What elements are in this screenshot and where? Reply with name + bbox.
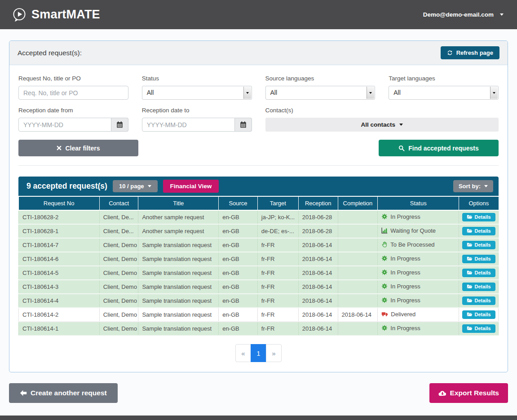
table-row: CTI-180614-5Client, DemoSample translati… (19, 266, 499, 280)
pagination: « 1 » (235, 344, 282, 372)
pagination-prev[interactable]: « (235, 344, 251, 362)
folder-open-icon (467, 215, 473, 220)
table-row: CTI-180628-1Client, De...Another sample … (19, 224, 499, 238)
sort-by-button[interactable]: Sort by: (453, 180, 493, 192)
folder-open-icon (467, 298, 473, 303)
pagination-page-1[interactable]: 1 (251, 344, 266, 362)
field-reception-date-from: Reception date from (18, 107, 128, 132)
column-header: Options (459, 197, 499, 210)
results-toolbar: 9 accepted request(s) 10 / page Financia… (18, 177, 499, 196)
source-languages-select-value: All (270, 89, 278, 96)
table-row: CTI-180614-4Client, DemoSample translati… (19, 294, 499, 308)
details-button[interactable]: Details (462, 310, 495, 319)
details-button[interactable]: Details (462, 227, 495, 235)
find-accepted-requests-button[interactable]: Find accepted requests (379, 140, 499, 156)
cell-target: fr-FR (257, 280, 298, 294)
cell-title: Another sample request (138, 224, 219, 238)
cell-reception: 2018-06-28 (298, 224, 338, 238)
cell-request-no: CTI-180628-1 (19, 224, 100, 238)
x-mark-icon (57, 146, 62, 150)
status-select-dropdown-button[interactable] (243, 87, 251, 99)
cell-completion (338, 322, 378, 336)
chevron-down-icon (500, 13, 504, 16)
details-button[interactable]: Details (462, 213, 495, 221)
cell-status: In Progress (378, 252, 459, 266)
reception-date-to-input[interactable] (142, 118, 235, 132)
user-account-menu[interactable]: Demo@demo-email.com (423, 11, 504, 18)
refresh-page-button[interactable]: Refresh page (441, 46, 499, 59)
cell-title: Sample translation request (138, 308, 219, 322)
financial-view-button[interactable]: Financial View (163, 180, 219, 193)
cell-status: To Be Processed (378, 238, 459, 252)
refresh-icon (447, 50, 453, 56)
cell-status: Waiting for Quote (378, 224, 459, 238)
reception-date-from-input[interactable] (18, 118, 111, 132)
cell-completion (338, 280, 378, 294)
details-button[interactable]: Details (462, 241, 495, 249)
cell-source: en-GB (219, 210, 258, 224)
contacts-dropdown-button[interactable]: All contacts (265, 118, 499, 132)
results-count: 9 accepted request(s) (27, 181, 107, 191)
cell-contact: Client, De... (99, 224, 138, 238)
reception-from-calendar-button[interactable] (111, 118, 128, 132)
cell-target: de-DE; es-... (257, 224, 298, 238)
target-languages-label: Target languages (389, 75, 499, 82)
clear-filters-button[interactable]: Clear filters (18, 140, 138, 156)
footer-actions: Create another request Export Results (9, 383, 508, 403)
cell-status: Delivered (378, 308, 459, 322)
request-no-input[interactable] (18, 86, 128, 100)
cell-completion (338, 210, 378, 224)
target-languages-dropdown-button[interactable] (490, 87, 498, 99)
status-text: To Be Processed (390, 241, 434, 248)
cell-request-no: CTI-180614-6 (19, 252, 100, 266)
cell-reception: 2018-06-14 (298, 308, 338, 322)
cell-title: Sample translation request (138, 280, 219, 294)
column-header: Request No (19, 197, 100, 210)
table-body: CTI-180628-2Client, De...Another sample … (19, 210, 499, 336)
gear-icon (381, 255, 388, 263)
details-button[interactable]: Details (462, 283, 495, 291)
target-languages-select[interactable]: All (389, 86, 499, 100)
chevron-down-icon (369, 92, 372, 94)
table-row: CTI-180614-7Client, DemoSample translati… (19, 238, 499, 252)
details-button[interactable]: Details (462, 269, 495, 277)
folder-open-icon (467, 229, 473, 234)
page-size-button[interactable]: 10 / page (113, 180, 158, 192)
cell-status: In Progress (378, 280, 459, 294)
create-another-request-button[interactable]: Create another request (9, 383, 118, 403)
cell-contact: Client, Demo (99, 252, 138, 266)
cell-contact: Client, Demo (99, 294, 138, 308)
cell-options: Details (459, 252, 499, 266)
field-contacts: Contact(s) All contacts (265, 107, 499, 132)
panel-heading: Accepted request(s): Refresh page (9, 41, 508, 65)
results-section: 9 accepted request(s) 10 / page Financia… (9, 166, 508, 372)
column-header: Reception (298, 197, 338, 210)
details-button[interactable]: Details (462, 296, 495, 305)
source-languages-dropdown-button[interactable] (367, 87, 374, 99)
cell-target: fr-FR (257, 266, 298, 280)
app-header: SmartMATE Demo@demo-email.com (0, 0, 517, 29)
cell-request-no: CTI-180614-7 (19, 238, 100, 252)
cell-request-no: CTI-180628-2 (19, 210, 100, 224)
folder-open-icon (467, 243, 473, 248)
details-button[interactable]: Details (462, 255, 495, 263)
accepted-requests-panel: Accepted request(s): Refresh page Reques… (9, 40, 508, 372)
source-languages-select[interactable]: All (265, 86, 376, 100)
reception-to-calendar-button[interactable] (235, 118, 252, 132)
cell-source: en-GB (219, 294, 258, 308)
cell-source: en-GB (219, 224, 258, 238)
cell-request-no: CTI-180614-3 (19, 280, 100, 294)
status-select[interactable]: All (142, 86, 252, 100)
status-text: In Progress (390, 297, 420, 304)
status-text: Waiting for Quote (390, 227, 436, 234)
details-button[interactable]: Details (462, 324, 495, 333)
export-results-button[interactable]: Export Results (429, 383, 508, 403)
column-header: Title (138, 197, 219, 210)
pagination-next[interactable]: » (266, 344, 282, 362)
source-languages-label: Source languages (265, 75, 376, 82)
calendar-icon (116, 121, 123, 128)
cell-request-no: CTI-180614-4 (19, 294, 100, 308)
table-row: CTI-180614-3Client, DemoSample translati… (19, 280, 499, 294)
cloud-download-icon (438, 390, 446, 396)
contacts-selected-value: All contacts (361, 121, 395, 128)
